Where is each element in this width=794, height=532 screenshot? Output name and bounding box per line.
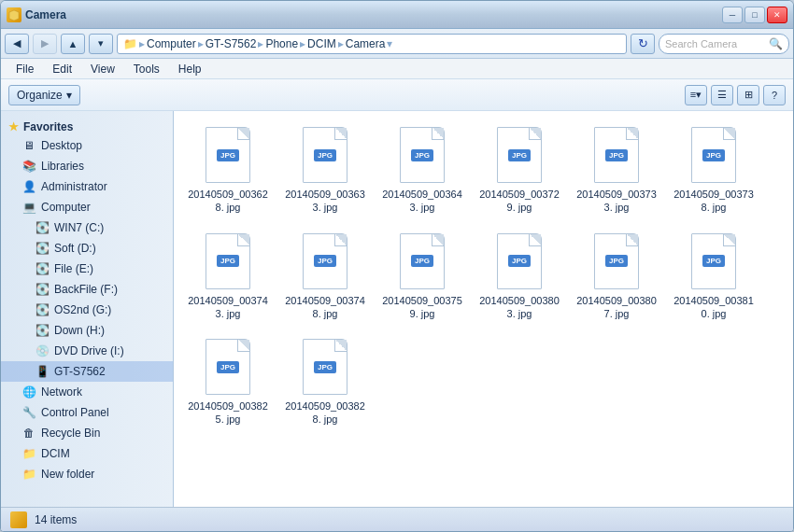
sidebar-item-i[interactable]: 💿 DVD Drive (I:) xyxy=(1,341,173,361)
network-icon: 🌐 xyxy=(21,385,36,399)
sidebar-item-dcim[interactable]: 📁 DCIM xyxy=(1,443,173,464)
sidebar-item-network[interactable]: 🌐 Network xyxy=(1,382,173,402)
menu-help[interactable]: Help xyxy=(169,61,211,77)
file-item[interactable]: JPG 20140509_003803. jpg xyxy=(473,225,566,328)
sidebar-item-newfolder[interactable]: 📁 New folder xyxy=(1,464,173,484)
sidebar-label-e: File (E:) xyxy=(54,262,93,275)
jpg-badge: JPG xyxy=(314,255,336,267)
help-button[interactable]: ? xyxy=(763,85,786,105)
file-page-bg: JPG xyxy=(206,339,250,395)
minimize-button[interactable]: ─ xyxy=(722,7,743,23)
sidebar-label-f: BackFile (F:) xyxy=(54,283,118,296)
search-box[interactable]: Search Camera 🔍 xyxy=(659,34,789,54)
file-item[interactable]: JPG 20140509_003748. jpg xyxy=(278,225,372,328)
view-dropdown-button[interactable]: ≡▾ xyxy=(685,85,707,105)
file-name: 20140509_003828. jpg xyxy=(283,399,367,427)
menu-tools[interactable]: Tools xyxy=(124,61,169,77)
breadcrumb[interactable]: 📁 ▸ Computer ▸ GT-S7562 ▸ Phone ▸ DCIM ▸… xyxy=(117,34,627,54)
file-item[interactable]: JPG 20140509_003759. jpg xyxy=(376,225,469,328)
file-item[interactable]: JPG 20140509_003738. jpg xyxy=(667,119,760,221)
breadcrumb-camera[interactable]: Camera xyxy=(346,37,386,50)
sidebar-item-g[interactable]: 💽 OS2nd (G:) xyxy=(1,300,173,320)
file-item[interactable]: JPG 20140509_003807. jpg xyxy=(570,225,663,328)
newfolder-icon: 📁 xyxy=(21,467,36,482)
title-bar: Camera ─ □ ✕ xyxy=(1,1,793,29)
phone-icon: 📱 xyxy=(35,364,50,379)
file-icon: JPG xyxy=(493,125,546,185)
sidebar-label-admin: Administrator xyxy=(41,180,107,193)
file-item[interactable]: JPG 20140509_003828. jpg xyxy=(278,330,372,433)
favorites-header: ★ Favorites xyxy=(1,117,173,135)
drive-h-icon: 💽 xyxy=(35,323,50,338)
breadcrumb-computer[interactable]: Computer xyxy=(147,37,196,50)
jpg-badge: JPG xyxy=(314,361,336,373)
file-area: JPG 20140509_003628. jpg JPG 20140509_00… xyxy=(174,111,793,507)
search-placeholder: Search Camera xyxy=(665,38,769,49)
computer-icon: 💻 xyxy=(21,200,36,215)
file-page-bg: JPG xyxy=(400,127,445,183)
sidebar-item-d[interactable]: 💽 Soft (D:) xyxy=(1,238,173,259)
sidebar-item-gt[interactable]: 📱 GT-S7562 xyxy=(1,361,173,382)
jpg-badge: JPG xyxy=(605,255,628,267)
sidebar-label-newfolder: New folder xyxy=(41,468,94,481)
sidebar-item-e[interactable]: 💽 File (E:) xyxy=(1,259,173,279)
close-button[interactable]: ✕ xyxy=(767,7,787,23)
file-page-bg: JPG xyxy=(303,233,347,289)
sidebar-item-recycle[interactable]: 🗑 Recycle Bin xyxy=(1,423,173,443)
file-item[interactable]: JPG 20140509_003628. jpg xyxy=(181,119,275,221)
breadcrumb-part: 📁 xyxy=(123,37,137,50)
up-button[interactable]: ▲ xyxy=(61,34,85,54)
file-name: 20140509_003643. jpg xyxy=(380,188,464,215)
sidebar-item-computer[interactable]: 💻 Computer xyxy=(1,197,173,217)
breadcrumb-phone[interactable]: Phone xyxy=(265,37,298,50)
file-item[interactable]: JPG 20140509_003633. jpg xyxy=(278,119,372,221)
window-icon xyxy=(7,7,21,22)
menu-file[interactable]: File xyxy=(7,61,43,77)
sidebar: ★ Favorites 🖥 Desktop 📚 Libraries 👤 Admi… xyxy=(1,111,174,507)
sidebar-item-controlpanel[interactable]: 🔧 Control Panel xyxy=(1,402,173,423)
jpg-badge: JPG xyxy=(217,255,239,267)
breadcrumb-dcim[interactable]: DCIM xyxy=(307,37,336,50)
file-page-bg: JPG xyxy=(497,233,542,289)
organize-label: Organize xyxy=(17,89,63,102)
view-grid-button[interactable]: ⊞ xyxy=(737,85,759,105)
sidebar-label-controlpanel: Control Panel xyxy=(41,406,109,419)
file-item[interactable]: JPG 20140509_003825. jpg xyxy=(181,330,275,433)
main-content: ★ Favorites 🖥 Desktop 📚 Libraries 👤 Admi… xyxy=(1,111,793,507)
breadcrumb-phone-model[interactable]: GT-S7562 xyxy=(206,37,257,50)
sidebar-label-g: OS2nd (G:) xyxy=(54,303,111,316)
search-icon: 🔍 xyxy=(769,37,783,50)
recent-button[interactable]: ▾ xyxy=(89,34,113,54)
file-item[interactable]: JPG 20140509_003810. jpg xyxy=(667,225,760,328)
refresh-button[interactable]: ↻ xyxy=(631,34,655,54)
forward-button[interactable]: ▶ xyxy=(33,34,57,54)
file-item[interactable]: JPG 20140509_003643. jpg xyxy=(376,119,469,221)
sidebar-label-i: DVD Drive (I:) xyxy=(54,344,124,357)
file-icon: JPG xyxy=(396,231,448,291)
sidebar-item-f[interactable]: 💽 BackFile (F:) xyxy=(1,279,173,300)
file-icon: JPG xyxy=(202,231,254,291)
file-item[interactable]: JPG 20140509_003729. jpg xyxy=(473,119,566,221)
jpg-badge: JPG xyxy=(217,361,239,373)
drive-c-icon: 💽 xyxy=(35,220,50,235)
file-icon: JPG xyxy=(590,125,643,185)
sidebar-item-admin[interactable]: 👤 Administrator xyxy=(1,176,173,197)
organize-button[interactable]: Organize ▾ xyxy=(8,85,80,105)
jpg-badge: JPG xyxy=(314,149,336,161)
file-item[interactable]: JPG 20140509_003733. jpg xyxy=(570,119,663,221)
menu-view[interactable]: View xyxy=(81,61,124,77)
organize-arrow: ▾ xyxy=(66,89,72,102)
file-item[interactable]: JPG 20140509_003743. jpg xyxy=(181,225,275,328)
sidebar-label-d: Soft (D:) xyxy=(54,242,96,255)
back-button[interactable]: ◀ xyxy=(5,34,29,54)
item-count: 14 items xyxy=(35,513,77,526)
sidebar-item-c[interactable]: 💽 WIN7 (C:) xyxy=(1,217,173,238)
sidebar-item-libraries[interactable]: 📚 Libraries xyxy=(1,156,173,176)
file-page-bg: JPG xyxy=(303,127,347,183)
sidebar-item-desktop[interactable]: 🖥 Desktop xyxy=(1,135,173,156)
view-list-button[interactable]: ☰ xyxy=(711,85,733,105)
menu-edit[interactable]: Edit xyxy=(43,61,81,77)
maximize-button[interactable]: □ xyxy=(744,7,765,23)
file-icon: JPG xyxy=(299,125,351,185)
sidebar-item-h[interactable]: 💽 Down (H:) xyxy=(1,320,173,341)
